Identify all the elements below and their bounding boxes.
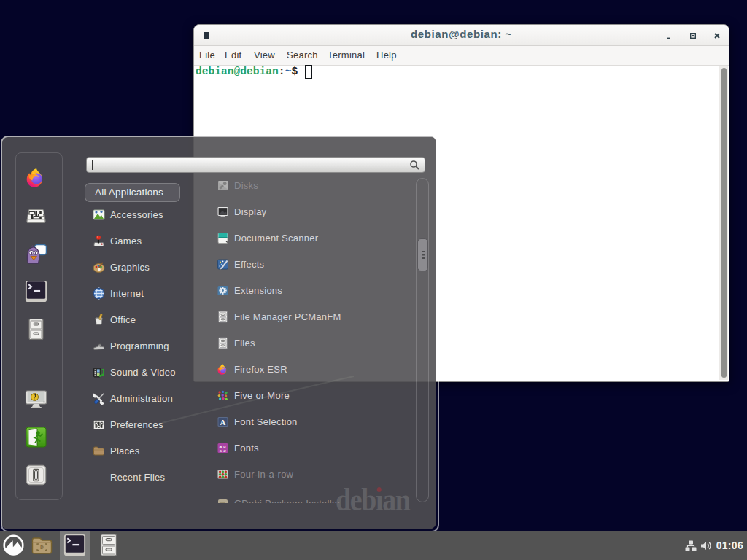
svg-text:a: a [223, 448, 226, 454]
svg-text:A: A [220, 418, 225, 427]
svg-text:D: D [40, 544, 44, 551]
